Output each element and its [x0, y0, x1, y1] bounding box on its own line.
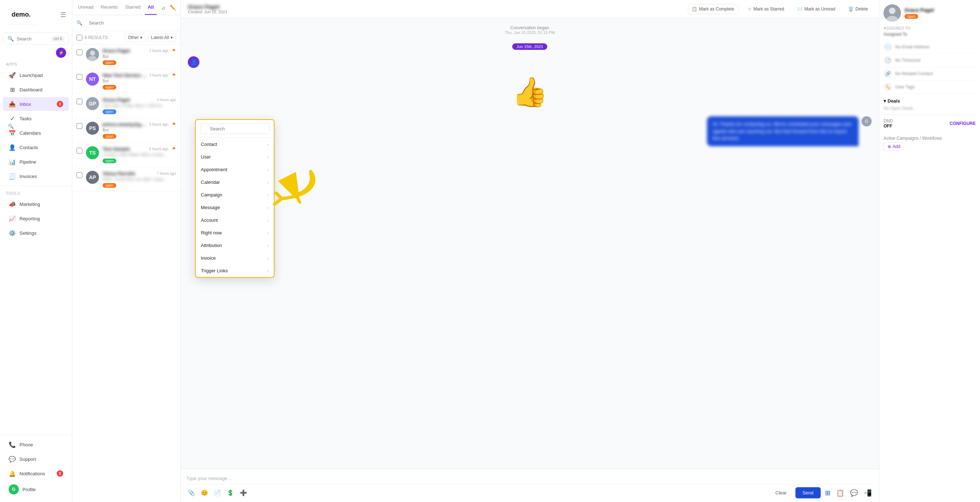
inbox-item-sub: Location: May White Office in New...: [103, 153, 168, 157]
menu-toggle-icon[interactable]: ☰: [60, 11, 66, 19]
dropdown-item-message[interactable]: Message ›: [196, 201, 274, 214]
info-row-tags: 🏷️ User Tags: [883, 81, 976, 94]
inbox-item[interactable]: Grace Paget 2 hours ago Bot open ⚑: [72, 44, 180, 69]
sidebar-item-settings[interactable]: ⚙️ Settings: [3, 226, 69, 240]
sidebar-item-profile[interactable]: G Profile: [3, 481, 69, 498]
sidebar-item-calendars[interactable]: 📅 Calendars: [3, 126, 69, 140]
dropdown-item-user[interactable]: User ›: [196, 151, 274, 163]
chat-input-area: Type your message... 📎 😊 📄 💲 ➕ Clear Sen…: [181, 469, 879, 502]
dropdown-item-attribution[interactable]: Attribution ›: [196, 239, 274, 252]
filter-icon[interactable]: ⊿: [160, 3, 167, 12]
dropdown-item-invoice[interactable]: Invoice ›: [196, 252, 274, 264]
sidebar-item-contacts[interactable]: 👤 Contacts: [3, 140, 69, 154]
select-all-checkbox[interactable]: [76, 35, 82, 40]
deals-header: ▾ Deals: [883, 98, 976, 104]
tab-recents[interactable]: Recents: [98, 0, 121, 15]
inbox-item[interactable]: GP Grace Paget 4 hours ago Last reply: F…: [72, 94, 180, 118]
boost-button[interactable]: ⚡: [56, 48, 66, 58]
inbox-item[interactable]: PS prince.smarty@gmail.com 5 hours ago B…: [72, 118, 180, 143]
chevron-right-icon: ›: [267, 155, 269, 159]
chevron-right-icon: ›: [267, 142, 269, 147]
mark-unread-button[interactable]: ✉️ Mark as Unread: [794, 4, 839, 14]
inbox-item-checkbox[interactable]: [76, 98, 82, 104]
inbox-search-input[interactable]: [85, 18, 176, 28]
inbox-item-sub: Last reply: Friday, May 5, 2023 at...: [103, 103, 176, 108]
dropdown-search-input[interactable]: [200, 124, 269, 134]
inbox-item-name: prince.smarty@gmail.com: [103, 122, 149, 127]
chat-mode-icon-1[interactable]: ⊞: [824, 488, 832, 499]
chat-mode-icon-2[interactable]: 📋: [835, 488, 846, 499]
compose-icon[interactable]: ✏️: [168, 3, 177, 12]
sidebar-item-pipeline[interactable]: 📊 Pipeline: [3, 155, 69, 168]
tab-starred[interactable]: Starred: [122, 0, 143, 15]
inbox-item-name: Test Sample: [103, 146, 130, 152]
dropdown-item-contact[interactable]: Contact ›: [196, 138, 274, 151]
other-filter-button[interactable]: Other ▾: [125, 33, 146, 42]
inbox-item-checkbox[interactable]: [76, 148, 82, 154]
chat-header: Grace Paget Created: Jun 15, 2023 📋 Mark…: [181, 0, 879, 18]
billing-icon[interactable]: 💲: [225, 488, 235, 498]
inbox-item[interactable]: TS Test Sample 6 hours ago Location: May…: [72, 143, 180, 167]
delete-button[interactable]: 🗑️ Delete: [845, 4, 872, 14]
inbox-item[interactable]: NT New Test Service Test 3 hours ago Bot…: [72, 69, 180, 94]
inbox-item-checkbox[interactable]: [76, 49, 82, 55]
contact-header: Grace Paget open: [883, 4, 976, 22]
sidebar-item-launchpad[interactable]: 🚀 Launchpad: [3, 68, 69, 82]
template-icon[interactable]: 📄: [212, 488, 223, 498]
thumbs-up-icon: 👍: [188, 75, 872, 109]
sidebar-item-reporting[interactable]: 📈 Reporting: [3, 211, 69, 226]
tags-icon: 🏷️: [883, 83, 892, 91]
sidebar-item-tasks[interactable]: ✓ Tasks: [3, 111, 69, 126]
send-button[interactable]: Send: [795, 487, 821, 499]
dropdown-item-account[interactable]: Account ›: [196, 214, 274, 226]
clear-button[interactable]: Clear: [770, 488, 792, 498]
add-campaign-button[interactable]: ⊕ Add: [883, 142, 904, 151]
inbox-item-checkbox[interactable]: [76, 123, 82, 129]
inbox-item-time: 7 hours ago: [157, 172, 176, 176]
deals-label: Deals: [888, 98, 900, 104]
inbox-item-sub: Bot: [103, 79, 168, 83]
plus-icon[interactable]: ➕: [239, 488, 248, 498]
dropdown-item-trigger-links[interactable]: Trigger Links ›: [196, 264, 274, 277]
info-timezone-text: No Timezone: [895, 58, 921, 63]
mark-complete-button[interactable]: 📋 Mark as Complete: [688, 4, 738, 14]
chat-mode-icon-3[interactable]: 💬: [848, 488, 859, 499]
sidebar-item-dashboard[interactable]: ⊞ Dashboard: [3, 83, 69, 97]
sidebar-item-notifications[interactable]: 🔔 Notifications 5: [3, 467, 69, 480]
inbox-item-checkbox[interactable]: [76, 74, 82, 80]
inbox-item[interactable]: AP Alissa Parrello 7 hours ago Hello, I …: [72, 167, 180, 192]
conv-began-text: Conversation began: [188, 25, 872, 30]
inbox-panel: Unread Recents Starred All ⊿ ✏️ 🔍 6 RESU…: [72, 0, 181, 502]
mark-starred-button[interactable]: ☆ Mark as Starred: [744, 4, 788, 14]
sidebar-item-phone[interactable]: 📞 Phone: [3, 438, 69, 451]
configure-button[interactable]: CONFIGURE: [950, 121, 976, 126]
tab-unread[interactable]: Unread: [75, 0, 97, 15]
chat-contact-name: Grace Paget: [188, 3, 227, 10]
inbox-item-content: Test Sample 6 hours ago Location: May Wh…: [103, 146, 168, 163]
marketing-icon: 📣: [9, 200, 16, 208]
inbox-item-checkbox[interactable]: [76, 172, 82, 178]
sidebar-item-inbox[interactable]: 📥 Inbox 0: [3, 97, 69, 111]
inbox-badge: 0: [57, 101, 63, 107]
attachment-icon[interactable]: 📎: [186, 488, 197, 498]
latest-filter-button[interactable]: Latest-All ▾: [148, 33, 176, 42]
tab-all[interactable]: All: [145, 0, 157, 15]
dropdown-item-right-now[interactable]: Right now ›: [196, 226, 274, 239]
chat-mode-icon-4[interactable]: 📲: [862, 488, 873, 499]
sidebar-label-invoices: Invoices: [19, 174, 37, 179]
dnd-label: DND: [883, 118, 893, 124]
sidebar-label-reporting: Reporting: [19, 216, 40, 221]
latest-filter-chevron-icon: ▾: [170, 35, 173, 40]
dropdown-item-calendar[interactable]: Calendar ›: [196, 176, 274, 189]
sidebar-item-support[interactable]: 💬 Support: [3, 452, 69, 466]
sidebar: demo. ☰ 🔍 Search ctrl K ⚡ Apps 🚀 Launchp…: [0, 0, 72, 502]
dropdown-item-appointment[interactable]: Appointment ›: [196, 163, 274, 176]
sidebar-item-marketing[interactable]: 📣 Marketing: [3, 197, 69, 211]
emoji-icon[interactable]: 😊: [199, 488, 210, 498]
sidebar-item-invoices[interactable]: 🧾 Invoices: [3, 169, 69, 183]
chat-input-placeholder[interactable]: Type your message...: [186, 473, 873, 484]
inbox-item-time: 5 hours ago: [149, 122, 168, 126]
global-search-button[interactable]: 🔍 Search ctrl K: [3, 32, 69, 45]
inbox-search-icon: 🔍: [76, 20, 82, 25]
dropdown-item-campaign[interactable]: Campaign ›: [196, 189, 274, 201]
